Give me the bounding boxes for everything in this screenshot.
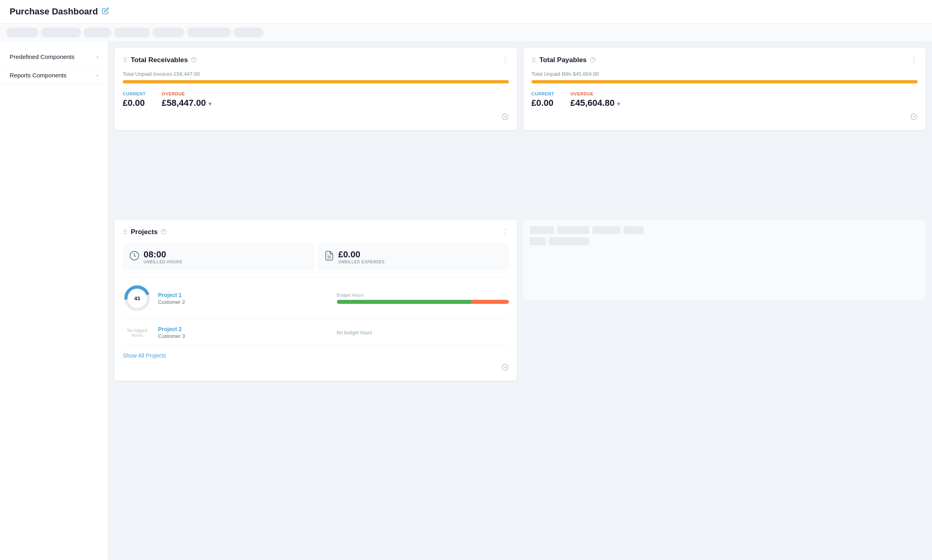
receivables-progress-bar [123, 80, 509, 83]
payables-overdue-block: OVERDUE £45,604.80 ▾ [570, 91, 620, 108]
more-options-icon[interactable]: ⋮ [502, 228, 509, 237]
skeleton-tab [152, 28, 184, 37]
skeleton-row [530, 237, 919, 245]
receivables-overdue-block: OVERDUE £58,447.00 ▾ [162, 91, 211, 108]
sidebar-item-label-reports: Reports Components [10, 72, 67, 79]
payables-title-row: ⠿ Total Payables [531, 56, 596, 64]
budget-bar-orange [471, 300, 509, 304]
payables-footer [531, 113, 918, 122]
receivables-progress-fill [123, 80, 509, 83]
project1-donut: 43 [123, 284, 152, 313]
receivables-card-header: ⠿ Total Receivables ⋮ [123, 56, 509, 65]
unbilled-hours-label: UNBILLED HOURS [144, 260, 182, 264]
project2-budget: No budget hours [337, 330, 509, 336]
skeleton-tab [187, 28, 231, 37]
check-icon [910, 113, 918, 122]
help-icon[interactable] [590, 57, 596, 64]
drag-icon: ⠿ [123, 57, 128, 64]
unbilled-expenses-value: £0.00 [338, 249, 385, 260]
projects-footer [123, 364, 509, 373]
project2-no-budget-label: No budget hours [337, 330, 509, 336]
clock-icon [129, 251, 140, 263]
skeleton-block [530, 237, 546, 245]
skeleton-block [592, 226, 620, 234]
payables-card-header: ⠿ Total Payables ⋮ [531, 56, 918, 65]
unbilled-hours-content: 08:00 UNBILLED HOURS [144, 249, 182, 264]
check-icon [502, 364, 509, 373]
skeleton-tab [41, 28, 81, 37]
project1-customer: Customer 2 [158, 299, 330, 305]
projects-title-row: ⠿ Projects [123, 228, 166, 236]
project1-name[interactable]: Project 1 [158, 292, 330, 298]
sidebar-item-label-predefined: Predefined Components [10, 53, 75, 60]
help-icon[interactable] [191, 57, 197, 64]
projects-card: ⠿ Projects ⋮ [115, 220, 517, 381]
receivables-footer [123, 113, 509, 122]
drag-icon: ⠿ [531, 57, 536, 64]
payables-card: ⠿ Total Payables ⋮ Total Unpaid Bills $4… [523, 48, 926, 130]
receivables-current-value: £0.00 [123, 98, 146, 108]
skeleton-block [530, 226, 554, 234]
drag-icon: ⠿ [123, 228, 128, 236]
receivables-title-row: ⠿ Total Receivables [123, 56, 197, 64]
project2-customer: Customer 3 [158, 333, 330, 339]
more-options-icon[interactable]: ⋮ [910, 56, 918, 65]
receivables-overdue-value: £58,447.00 ▾ [162, 98, 211, 108]
unbilled-expenses-block: £0.00 UNBILLED EXPENSES [318, 243, 509, 271]
unbilled-hours-value: 08:00 [144, 249, 182, 260]
unbilled-expenses-content: £0.00 UNBILLED EXPENSES [338, 249, 385, 264]
receivables-current-label: CURRENT [123, 91, 146, 96]
receivables-amounts: CURRENT £0.00 OVERDUE £58,447.00 ▾ [123, 91, 509, 108]
project1-info: Project 1 Customer 2 [158, 292, 330, 305]
overdue-dropdown-arrow[interactable]: ▾ [209, 101, 211, 107]
skeleton-row [530, 226, 919, 234]
project-row-1: 43 Project 1 Customer 2 Budget Hours [123, 277, 509, 319]
receivables-overdue-label: OVERDUE [162, 91, 211, 96]
payables-overdue-value: £45,604.80 ▾ [570, 98, 620, 108]
skeleton-tab [233, 28, 263, 37]
skeleton-tabs [0, 24, 932, 41]
content-area: ⠿ Total Receivables ⋮ Total Unpaid Invoi… [108, 41, 932, 560]
projects-title: Projects [131, 228, 158, 236]
receivables-title: Total Receivables [131, 56, 188, 64]
receivables-subtitle: Total Unpaid Invoices £58,447.00 [123, 71, 509, 77]
right-placeholder [523, 220, 926, 300]
more-options-icon[interactable]: ⋮ [502, 56, 509, 65]
top-header: Purchase Dashboard [0, 0, 932, 24]
project1-budget-label: Budget Hours [337, 293, 509, 297]
payables-amounts: CURRENT £0.00 OVERDUE £45,604.80 ▾ [531, 91, 918, 108]
sidebar-item-predefined[interactable]: Predefined Components › [0, 48, 108, 66]
payables-progress-fill [531, 80, 918, 83]
receivables-card: ⠿ Total Receivables ⋮ Total Unpaid Invoi… [115, 48, 517, 130]
sidebar: Predefined Components › Reports Componen… [0, 41, 108, 560]
project1-budget-bar [337, 300, 509, 304]
edit-icon[interactable] [102, 7, 109, 16]
projects-card-header: ⠿ Projects ⋮ [123, 228, 509, 237]
skeleton-block [549, 237, 589, 245]
check-icon [502, 113, 509, 122]
receipt-icon [324, 251, 334, 263]
project2-no-hours: No logged hours [123, 328, 152, 338]
no-logged-hours-label: No logged hours [123, 328, 152, 338]
skeleton-block [557, 226, 589, 234]
chevron-right-icon: › [97, 54, 98, 60]
main-layout: Predefined Components › Reports Componen… [0, 41, 932, 560]
help-icon[interactable] [161, 229, 166, 236]
chevron-right-icon: › [97, 72, 98, 78]
show-all-projects-link[interactable]: Show All Projects [123, 346, 509, 359]
page-title: Purchase Dashboard [10, 6, 98, 17]
sidebar-item-reports[interactable]: Reports Components › [0, 66, 108, 85]
payables-current-block: CURRENT £0.00 [531, 91, 554, 108]
payables-progress-bar [531, 80, 918, 83]
payables-current-value: £0.00 [531, 98, 554, 108]
payables-title: Total Payables [539, 56, 587, 64]
skeleton-tab [6, 28, 38, 37]
project1-percent: 43 [134, 295, 140, 301]
receivables-current-block: CURRENT £0.00 [123, 91, 146, 108]
unbilled-hours-block: 08:00 UNBILLED HOURS [123, 243, 314, 271]
overdue-dropdown-arrow[interactable]: ▾ [617, 101, 620, 107]
budget-bar-green [337, 300, 471, 304]
unbilled-expenses-label: UNBILLED EXPENSES [338, 260, 385, 264]
project1-budget: Budget Hours [337, 293, 509, 304]
project2-name[interactable]: Project 2 [158, 326, 330, 332]
